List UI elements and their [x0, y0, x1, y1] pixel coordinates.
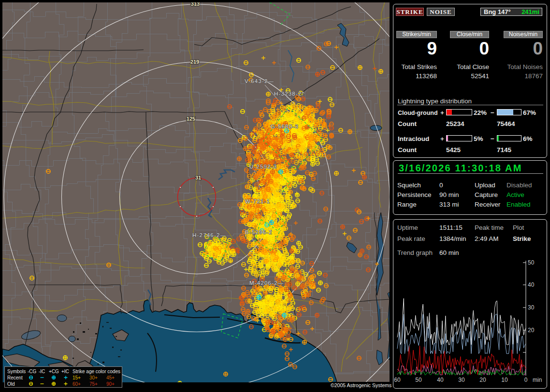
svg-text:G-5680-3: G-5680-3 [271, 124, 299, 129]
svg-text:125: 125 [187, 116, 195, 122]
svg-text:M-4206-2—: M-4206-2— [249, 280, 284, 286]
svg-text:31: 31 [195, 175, 201, 181]
svg-text:V-643-2—: V-643-2— [245, 78, 274, 84]
svg-text:B-5296-2: B-5296-2 [245, 229, 273, 235]
svg-text:W-721-1: W-721-1 [245, 198, 270, 204]
svg-text:U-2592-3: U-2592-3 [249, 164, 277, 169]
svg-text:H-3238-2^: H-3238-2^ [274, 91, 305, 97]
svg-text:313: 313 [191, 1, 200, 7]
svg-text:219: 219 [190, 59, 199, 65]
svg-text:H-2746-2—: H-2746-2— [192, 232, 226, 238]
